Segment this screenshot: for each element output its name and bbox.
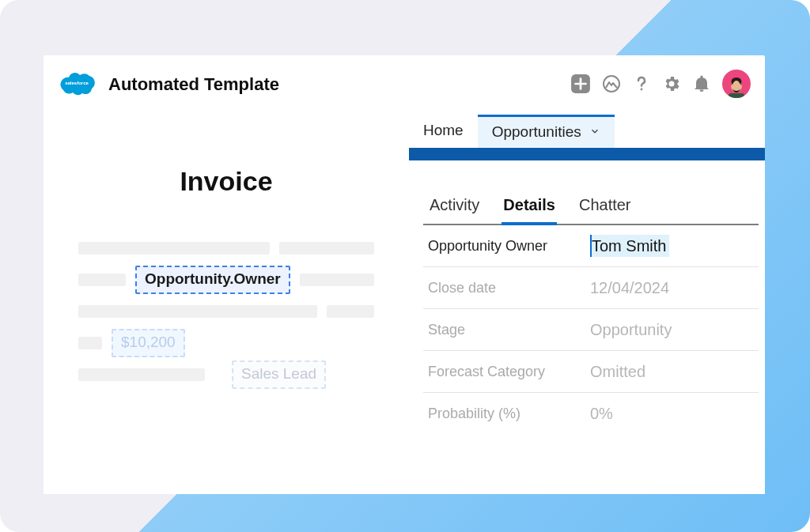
invoice-template: Invoice Opportunity.Owner $10,200: [44, 126, 409, 394]
opportunity-details: Activity Details Chatter Opportunity Own…: [423, 190, 759, 434]
svg-rect-4: [729, 93, 744, 98]
field-forecast-category: Forecast Category Omitted: [423, 351, 759, 393]
top-nav: Home Opportunities: [409, 115, 615, 148]
field-value: Omitted: [590, 363, 645, 381]
field-label: Opportunity Owner: [428, 238, 590, 255]
lead-token-row: Sales Lead: [44, 363, 409, 387]
field-opportunity-owner: Opportunity Owner Tom Smith: [423, 225, 759, 267]
settings-icon[interactable]: [662, 74, 681, 93]
nav-label: Opportunities: [492, 123, 581, 141]
app-title: Automated Template: [108, 74, 279, 95]
app-card: salesforce Automated Template: [44, 55, 765, 494]
placeholder-bar: [78, 242, 270, 255]
help-icon[interactable]: [632, 74, 651, 93]
field-close-date: Close date 12/04/2024: [423, 267, 759, 309]
owner-token-row: Opportunity.Owner: [44, 268, 409, 292]
field-value[interactable]: Tom Smith: [590, 235, 669, 257]
field-probability: Probability (%) 0%: [423, 393, 759, 434]
placeholder-bar: [78, 274, 126, 286]
field-label: Stage: [428, 322, 590, 338]
placeholder-bar: [78, 368, 205, 381]
header: salesforce Automated Template: [44, 55, 765, 115]
svg-point-2: [641, 89, 643, 91]
nav-opportunities[interactable]: Opportunities: [478, 115, 615, 149]
svg-point-1: [604, 76, 619, 92]
merge-field-sales-lead[interactable]: Sales Lead: [232, 360, 326, 389]
placeholder-bar: [300, 274, 374, 286]
detail-tabs: Activity Details Chatter: [423, 190, 759, 225]
field-value: 0%: [590, 405, 613, 423]
nav-accent-bar: [409, 148, 765, 160]
header-icons: [570, 70, 751, 98]
notifications-icon[interactable]: [692, 74, 711, 93]
field-value: 12/04/2024: [590, 279, 669, 297]
add-icon[interactable]: [570, 74, 591, 94]
placeholder-bar: [78, 305, 317, 318]
nav-label: Home: [423, 122, 464, 139]
chevron-down-icon[interactable]: [589, 123, 600, 141]
tab-activity[interactable]: Activity: [428, 190, 481, 225]
placeholder-bar: [279, 242, 374, 255]
invoice-title: Invoice: [44, 166, 409, 197]
trailhead-icon[interactable]: [602, 74, 621, 93]
amount-token-row: $10,200: [44, 331, 409, 355]
field-value: Opportunity: [590, 321, 672, 339]
tab-chatter[interactable]: Chatter: [577, 190, 633, 225]
field-label: Probability (%): [428, 406, 590, 422]
field-label: Forecast Category: [428, 364, 590, 380]
logo-wrap: salesforce Automated Template: [58, 70, 279, 100]
field-stage: Stage Opportunity: [423, 309, 759, 351]
user-avatar[interactable]: [722, 70, 751, 98]
logo-text: salesforce: [65, 81, 89, 85]
merge-field-owner[interactable]: Opportunity.Owner: [135, 266, 290, 294]
placeholder-bar: [78, 337, 102, 349]
salesforce-logo-icon: salesforce: [58, 70, 96, 100]
field-label: Close date: [428, 280, 590, 296]
page-canvas: salesforce Automated Template: [0, 0, 810, 532]
nav-home[interactable]: Home: [409, 115, 478, 147]
placeholder-bar: [327, 305, 374, 318]
placeholder-row: [44, 300, 409, 323]
placeholder-row: [44, 236, 409, 260]
merge-field-amount[interactable]: $10,200: [112, 329, 185, 357]
tab-details[interactable]: Details: [502, 190, 557, 225]
